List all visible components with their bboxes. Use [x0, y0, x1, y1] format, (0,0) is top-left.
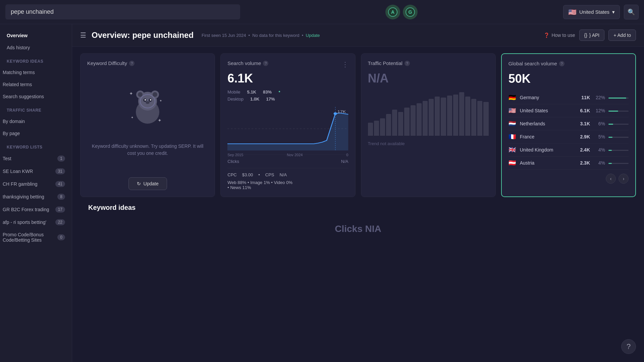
list-item-name: Promo Code/Bonus Code/Betting Sites: [3, 232, 57, 243]
search-button[interactable]: 🔍: [624, 5, 639, 19]
country-flag-icon: 🇩🇪: [508, 94, 517, 101]
svg-point-11: [138, 92, 143, 97]
kd-info-icon[interactable]: ?: [129, 61, 135, 66]
clicks-label: Clicks: [227, 159, 239, 164]
update-link[interactable]: Update: [306, 33, 320, 38]
sidebar: Overview Ads history Keyword ideas Match…: [0, 24, 72, 362]
svg-point-13: [153, 92, 157, 97]
country-bar-wrap: [608, 136, 629, 138]
sidebar-list-item[interactable]: CH FR gambling 41: [0, 178, 72, 190]
country-row: 🇬🇧 United Kingdom 2.4K 4%: [508, 143, 629, 157]
country-selector[interactable]: 🇺🇸 United States ▾: [563, 5, 620, 19]
country-name: United States: [520, 108, 570, 113]
country-pct: 12%: [593, 108, 605, 113]
sidebar-list-item[interactable]: Promo Code/Bonus Code/Betting Sites 0: [0, 229, 72, 246]
gsv-value: 50K: [508, 72, 629, 86]
svg-text:✦: ✦: [158, 118, 162, 123]
update-button[interactable]: ↻ Update: [128, 177, 167, 190]
intent-row: Web 88% • Image 1% • Video 0% • News 11%: [227, 180, 348, 190]
main-layout: Overview Ads history Keyword ideas Match…: [0, 24, 644, 362]
sidebar-list-item[interactable]: Test 1: [0, 152, 72, 165]
sv-menu-icon[interactable]: ⋮: [342, 60, 348, 68]
kd-description: Keyword difficulty unknown. Try updating…: [87, 143, 208, 157]
question-icon: ❓: [544, 33, 549, 38]
gsv-info-icon[interactable]: ?: [559, 61, 565, 66]
sidebar-item-overview[interactable]: Overview: [0, 29, 72, 42]
api-button[interactable]: {} } API: [579, 29, 605, 41]
topbar: A G 🇺🇸 United States ▾ 🔍: [0, 0, 644, 24]
svg-text:G: G: [409, 9, 412, 15]
mobile-pct: 83%: [263, 89, 272, 95]
sidebar-item-search-suggestions[interactable]: Search suggestions: [0, 90, 72, 103]
tp-info-icon[interactable]: ?: [405, 61, 410, 66]
sidebar-item-by-domain[interactable]: By domain: [0, 115, 72, 127]
sidebar-by-page-label: By page: [3, 131, 20, 136]
page-meta: First seen 15 Jun 2024 • No data for thi…: [202, 33, 320, 38]
svg-text:✦: ✦: [129, 91, 133, 96]
country-row: 🇺🇸 United States 6.1K 12%: [508, 104, 629, 117]
country-volume: 2.4K: [573, 147, 590, 153]
gsv-next-button[interactable]: ›: [619, 174, 629, 184]
country-bar-wrap: [608, 110, 629, 112]
svg-point-18: [146, 101, 150, 104]
desktop-label: Desktop: [227, 97, 244, 102]
sidebar-list-item[interactable]: afp - ri sports betting' 22: [0, 216, 72, 229]
sidebar-item-ads-history-label: Ads history: [7, 45, 30, 50]
sidebar-matching-terms-label: Matching terms: [3, 70, 35, 75]
country-volume: 2.9K: [573, 134, 590, 139]
menu-icon[interactable]: ☰: [80, 31, 86, 39]
country-flag-icon: 🇺🇸: [508, 107, 517, 114]
logo-g-icon: G: [403, 5, 418, 19]
list-item-name: Test: [3, 156, 11, 161]
sidebar-item-matching-terms[interactable]: Matching terms: [0, 66, 72, 78]
add-to-button[interactable]: + Add to: [608, 29, 636, 41]
gsv-prev-button[interactable]: ‹: [606, 174, 616, 184]
svg-text:A: A: [391, 9, 394, 15]
country-volume: 11K: [573, 95, 590, 100]
tp-bar-chart: [368, 92, 489, 136]
sidebar-list-item[interactable]: thanksgiving betting 8: [0, 190, 72, 203]
refresh-icon: ↻: [137, 181, 141, 186]
country-name: Germany: [520, 95, 570, 100]
gsv-nav: ‹ ›: [508, 174, 629, 184]
sv-info-icon[interactable]: ?: [263, 61, 268, 66]
chevron-down-icon: ▾: [612, 9, 615, 15]
help-button[interactable]: ?: [621, 339, 636, 354]
keyword-ideas-section: Keyword ideas: [0, 54, 72, 66]
cps-val: N/A: [280, 172, 287, 177]
country-flag-icon: 🇳🇱: [508, 120, 517, 127]
cps-label2: CPS: [265, 172, 274, 177]
logo-area: A G: [385, 5, 418, 19]
country-list: 🇩🇪 Germany 11K 22% 🇺🇸 United States 6.1K…: [508, 91, 629, 170]
country-bar-wrap: [608, 162, 629, 164]
list-item-count: 31: [55, 168, 65, 174]
country-flag-icon: 🇫🇷: [508, 133, 517, 140]
sidebar-list-item[interactable]: SE Loan KWR 31: [0, 165, 72, 178]
country-pct: 4%: [593, 160, 605, 166]
svg-text:✦: ✦: [131, 116, 133, 119]
api-brace-icon: {}: [584, 33, 587, 38]
list-item-count: 0: [57, 234, 65, 240]
sidebar-item-by-page[interactable]: By page: [0, 127, 72, 139]
country-label: United States: [579, 9, 609, 15]
desktop-val: 1.0K: [250, 97, 259, 102]
keyword-lists-section: Keyword lists: [0, 139, 72, 152]
search-input[interactable]: [5, 4, 240, 19]
sidebar-item-ads-history[interactable]: Ads history: [0, 42, 72, 54]
sidebar-search-suggestions-label: Search suggestions: [3, 94, 44, 99]
country-volume: 2.3K: [573, 160, 590, 166]
country-row: 🇫🇷 France 2.9K 5%: [508, 130, 629, 143]
sv-top: Search volume ? ⋮: [227, 60, 348, 71]
country-volume: 3.1K: [573, 121, 590, 126]
sidebar-list-item[interactable]: GR B2C Forex trading 17: [0, 203, 72, 216]
country-bar-wrap: [608, 97, 629, 99]
gsv-card-title: Global search volume ?: [508, 61, 629, 66]
svg-text:✦: ✦: [159, 99, 162, 103]
how-to-button[interactable]: ❓ How to use: [544, 33, 575, 38]
clicks-val: N/A: [341, 159, 348, 164]
svg-rect-20: [141, 111, 154, 121]
list-item-count: 8: [57, 194, 65, 200]
sidebar-item-related-terms[interactable]: Related terms: [0, 78, 72, 90]
country-flag-icon: 🇦🇹: [508, 159, 517, 167]
country-name: United Kingdom: [520, 147, 570, 153]
